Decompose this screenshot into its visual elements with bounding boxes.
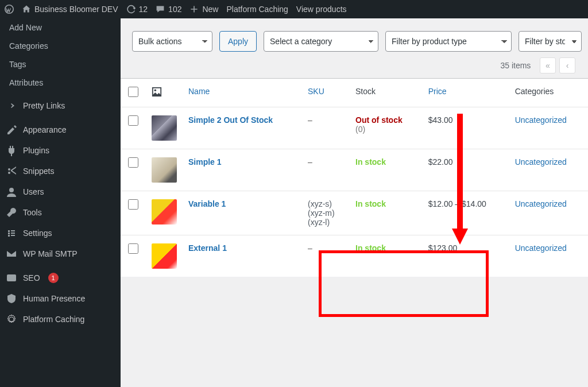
product-thumbnail[interactable] [152,115,177,141]
svg-rect-2 [7,274,16,281]
mail-icon [6,248,17,260]
product-thumbnail[interactable] [152,157,177,183]
sku-value: – [308,157,312,167]
stock-status: In stock [355,199,386,208]
sidebar-item-appearance[interactable]: Appearance [0,119,121,140]
table-row: Variable 1 (xyz-s)(xyz-m)(xyz-l) In stoc… [121,191,588,235]
product-name-link[interactable]: Simple 2 Out Of Stock [188,115,273,125]
first-page-button[interactable]: « [540,57,556,73]
product-price: $22.00 [423,149,509,191]
select-all-checkbox[interactable] [128,87,138,97]
table-row: Simple 1 – In stock $22.00 Uncategorized [121,149,588,191]
sidebar-item-plugins[interactable]: Plugins [0,140,121,161]
row-checkbox[interactable] [128,157,138,168]
settings-icon [6,227,17,239]
sidebar-item-snippets[interactable]: Snippets [0,161,121,181]
row-checkbox[interactable] [128,199,138,210]
seo-icon [6,272,17,284]
updates[interactable]: 12 [126,5,148,14]
view-products[interactable]: View products [296,5,347,14]
stock-status: In stock [355,157,386,167]
stock-status: Out of stock(0) [355,115,417,134]
product-name-link[interactable]: Variable 1 [188,199,226,208]
sidebar-item-wpmailsmtp[interactable]: WP Mail SMTP [0,243,121,264]
admin-bar: Business Bloomer DEV 12 102 New Platform… [0,0,588,18]
sidebar-sub-attributes[interactable]: Attributes [0,73,121,92]
row-checkbox[interactable] [128,115,138,126]
sidebar-item-human-presence[interactable]: Human Presence [0,288,121,309]
image-column-icon [152,90,162,99]
sku-value: – [308,243,312,253]
column-price[interactable]: Price [423,79,509,107]
table-row: External 1 – In stock $123.00 Uncategori… [121,235,588,277]
pagination-info: 35 items « ‹ [121,57,588,78]
category-link[interactable]: Uncategorized [515,115,567,125]
site-name[interactable]: Business Bloomer DEV [22,5,118,14]
product-type-filter-select[interactable]: Filter by product type [385,31,512,52]
product-price: $123.00 [423,235,509,277]
column-stock: Stock [350,79,423,107]
shield-icon [6,293,17,304]
tools-icon [6,207,17,218]
sku-value: (xyz-l) [308,218,344,227]
plus-icon [189,5,199,14]
appearance-icon [6,124,17,136]
category-link[interactable]: Uncategorized [515,199,567,208]
sidebar-item-tools[interactable]: Tools [0,202,121,223]
column-name[interactable]: Name [183,79,302,107]
column-sku[interactable]: SKU [302,79,350,107]
sidebar-item-platform-caching[interactable]: Platform Caching [0,309,121,330]
svg-point-1 [9,188,14,192]
product-name-link[interactable]: External 1 [188,243,227,253]
products-table: Name SKU Stock Price Categories Simple 2… [121,78,588,277]
admin-sidebar: Add New Categories Tags Attributes Prett… [0,18,121,387]
row-checkbox[interactable] [128,243,138,254]
sku-value: – [308,115,312,125]
sidebar-sub-add-new[interactable]: Add New [0,18,121,37]
category-link[interactable]: Uncategorized [515,157,567,167]
category-link[interactable]: Uncategorized [515,243,567,253]
prev-page-button[interactable]: ‹ [559,57,575,73]
sku-value: (xyz-s) [308,199,344,208]
comment-icon [156,5,165,14]
wp-logo[interactable] [5,5,14,14]
product-thumbnail[interactable] [152,199,177,225]
stock-filter-select[interactable]: Filter by sto [519,31,582,52]
sidebar-item-users[interactable]: Users [0,181,121,202]
sidebar-item-settings[interactable]: Settings [0,223,121,243]
comments[interactable]: 102 [156,5,181,14]
stock-status: In stock [355,243,386,253]
sidebar-item-pretty-links[interactable]: Pretty Links [0,95,121,116]
product-thumbnail[interactable] [152,243,177,269]
apply-button[interactable]: Apply [219,31,257,52]
bulk-actions-select[interactable]: Bulk actions [132,31,212,52]
column-categories: Categories [509,79,588,107]
seo-badge: 1 [48,273,59,283]
new-content[interactable]: New [189,5,218,14]
filter-bar: Bulk actions Apply Select a category Fil… [121,18,588,57]
svg-point-4 [154,90,157,92]
table-row: Simple 2 Out Of Stock – Out of stock(0) … [121,107,588,149]
product-price: $12.00 – $14.00 [423,191,509,235]
platform-caching-bar[interactable]: Platform Caching [226,5,288,14]
sidebar-sub-categories[interactable]: Categories [0,37,121,55]
users-icon [6,186,17,198]
category-filter-select[interactable]: Select a category [264,31,378,52]
home-icon [22,5,31,14]
refresh-icon [126,5,136,14]
sku-value: (xyz-m) [308,208,344,218]
snippets-icon [6,165,17,177]
sidebar-sub-tags[interactable]: Tags [0,55,121,73]
product-name-link[interactable]: Simple 1 [188,157,222,167]
gear-icon [6,314,17,325]
main-content: Bulk actions Apply Select a category Fil… [121,18,588,387]
plugins-icon [6,145,17,156]
sidebar-item-seo[interactable]: SEO1 [0,268,121,288]
product-price: $43.00 [423,107,509,149]
pretty-links-icon [6,100,17,111]
